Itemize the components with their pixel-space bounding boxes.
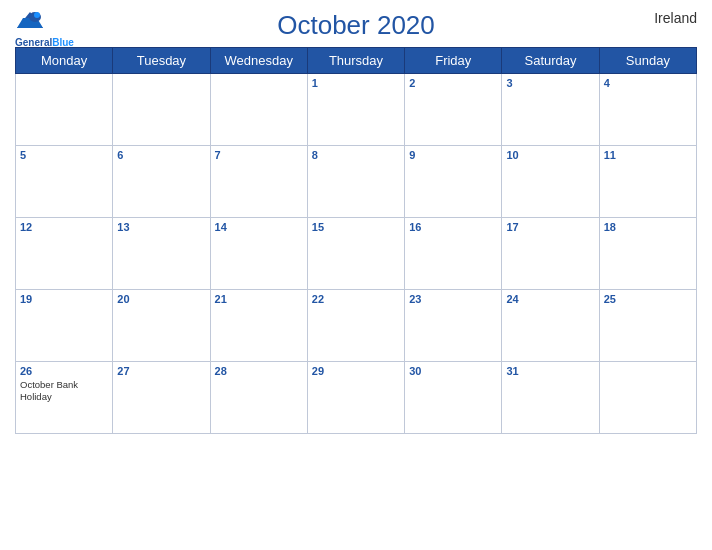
day-number: 22 xyxy=(312,293,400,305)
calendar-title: October 2020 xyxy=(15,10,697,41)
table-row: 24 xyxy=(502,290,599,362)
day-number: 4 xyxy=(604,77,692,89)
table-row: 7 xyxy=(210,146,307,218)
day-event: October Bank Holiday xyxy=(20,379,108,404)
day-number: 24 xyxy=(506,293,594,305)
table-row: 10 xyxy=(502,146,599,218)
day-number: 13 xyxy=(117,221,205,233)
table-row: 2 xyxy=(405,74,502,146)
table-row: 12 xyxy=(16,218,113,290)
day-number: 6 xyxy=(117,149,205,161)
day-number: 7 xyxy=(215,149,303,161)
day-number: 26 xyxy=(20,365,108,377)
day-number: 27 xyxy=(117,365,205,377)
table-row: 19 xyxy=(16,290,113,362)
svg-point-3 xyxy=(34,12,40,18)
day-number: 20 xyxy=(117,293,205,305)
calendar: GeneralBlue October 2020 Ireland Monday … xyxy=(0,0,712,550)
table-row: 26October Bank Holiday xyxy=(16,362,113,434)
day-number: 29 xyxy=(312,365,400,377)
header-friday: Friday xyxy=(405,48,502,74)
week-row-2: 567891011 xyxy=(16,146,697,218)
day-number: 12 xyxy=(20,221,108,233)
calendar-body: 1234567891011121314151617181920212223242… xyxy=(16,74,697,434)
day-number: 11 xyxy=(604,149,692,161)
table-row xyxy=(599,362,696,434)
table-row: 8 xyxy=(307,146,404,218)
day-number: 10 xyxy=(506,149,594,161)
table-row xyxy=(16,74,113,146)
day-number: 1 xyxy=(312,77,400,89)
day-number: 5 xyxy=(20,149,108,161)
table-row: 13 xyxy=(113,218,210,290)
week-row-5: 26October Bank Holiday2728293031 xyxy=(16,362,697,434)
day-number: 31 xyxy=(506,365,594,377)
table-row: 23 xyxy=(405,290,502,362)
table-row: 31 xyxy=(502,362,599,434)
day-number: 16 xyxy=(409,221,497,233)
table-row: 9 xyxy=(405,146,502,218)
table-row xyxy=(113,74,210,146)
header-sunday: Sunday xyxy=(599,48,696,74)
week-row-1: 1234 xyxy=(16,74,697,146)
table-row: 28 xyxy=(210,362,307,434)
day-number: 23 xyxy=(409,293,497,305)
logo-icon xyxy=(15,10,45,32)
day-number: 25 xyxy=(604,293,692,305)
day-number: 2 xyxy=(409,77,497,89)
table-row: 27 xyxy=(113,362,210,434)
day-number: 14 xyxy=(215,221,303,233)
table-row: 18 xyxy=(599,218,696,290)
table-row: 3 xyxy=(502,74,599,146)
weekday-header-row: Monday Tuesday Wednesday Thursday Friday… xyxy=(16,48,697,74)
day-number: 18 xyxy=(604,221,692,233)
header-thursday: Thursday xyxy=(307,48,404,74)
logo: GeneralBlue xyxy=(15,10,74,50)
header-monday: Monday xyxy=(16,48,113,74)
logo-general: GeneralBlue xyxy=(15,32,74,50)
table-row: 29 xyxy=(307,362,404,434)
calendar-country: Ireland xyxy=(654,10,697,26)
table-row: 11 xyxy=(599,146,696,218)
header-saturday: Saturday xyxy=(502,48,599,74)
day-number: 19 xyxy=(20,293,108,305)
day-number: 17 xyxy=(506,221,594,233)
day-number: 28 xyxy=(215,365,303,377)
table-row: 30 xyxy=(405,362,502,434)
day-number: 3 xyxy=(506,77,594,89)
day-number: 15 xyxy=(312,221,400,233)
calendar-header: GeneralBlue October 2020 Ireland xyxy=(15,10,697,41)
table-row: 15 xyxy=(307,218,404,290)
table-row: 6 xyxy=(113,146,210,218)
week-row-4: 19202122232425 xyxy=(16,290,697,362)
day-number: 9 xyxy=(409,149,497,161)
table-row: 20 xyxy=(113,290,210,362)
table-row xyxy=(210,74,307,146)
table-row: 1 xyxy=(307,74,404,146)
table-row: 5 xyxy=(16,146,113,218)
table-row: 21 xyxy=(210,290,307,362)
day-number: 8 xyxy=(312,149,400,161)
header-tuesday: Tuesday xyxy=(113,48,210,74)
table-row: 25 xyxy=(599,290,696,362)
day-number: 30 xyxy=(409,365,497,377)
week-row-3: 12131415161718 xyxy=(16,218,697,290)
day-number: 21 xyxy=(215,293,303,305)
table-row: 16 xyxy=(405,218,502,290)
calendar-grid: Monday Tuesday Wednesday Thursday Friday… xyxy=(15,47,697,434)
table-row: 17 xyxy=(502,218,599,290)
table-row: 4 xyxy=(599,74,696,146)
table-row: 22 xyxy=(307,290,404,362)
header-wednesday: Wednesday xyxy=(210,48,307,74)
table-row: 14 xyxy=(210,218,307,290)
